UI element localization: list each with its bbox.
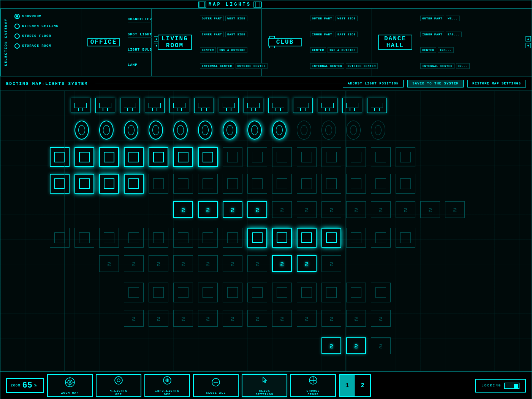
light-c-r5-4[interactable]: ƨ — [247, 201, 267, 218]
office-item-spotlight[interactable]: SPOT LIGHT — [128, 32, 152, 38]
light-s-r4-10[interactable] — [272, 174, 292, 194]
light-b-9[interactable] — [272, 121, 287, 140]
light-s-r6-12[interactable] — [321, 228, 341, 248]
lr-inner-part[interactable]: INNER PART — [200, 32, 224, 37]
adjust-light-btn[interactable]: ADJUST LIGHT POSITION — [343, 80, 404, 87]
light-b-3[interactable] — [124, 121, 138, 140]
light-s-r4-5[interactable] — [149, 174, 168, 194]
light-t-10[interactable] — [293, 98, 313, 113]
light-c-r9-3[interactable]: ƨ — [173, 310, 193, 327]
club-ins-outside[interactable]: INS & OUTSIDE — [328, 47, 358, 53]
light-c-r9-1[interactable]: ƨ — [124, 310, 144, 327]
light-b-12[interactable] — [346, 121, 361, 140]
light-c-r9-9[interactable]: ƨ — [321, 310, 341, 327]
light-c-r7-9[interactable]: ƨ — [297, 255, 317, 272]
light-s-r3-5[interactable] — [149, 147, 168, 167]
room-storage-room[interactable]: STORAGE ROOM — [13, 41, 79, 51]
light-c-r9-7[interactable]: ƨ — [272, 310, 292, 327]
light-c-r7-8[interactable]: ƨ — [272, 255, 292, 272]
light-s-r4-9[interactable] — [247, 174, 267, 194]
light-s-r3-12[interactable] — [321, 147, 341, 167]
light-c-r9-5[interactable]: ƨ — [223, 310, 242, 327]
light-c-r5-12[interactable]: ƨ — [445, 201, 465, 218]
club-center[interactable]: CENTER — [310, 47, 326, 53]
light-s-r4-4[interactable] — [124, 174, 144, 194]
light-s-r6-1[interactable] — [50, 228, 70, 248]
light-s-r8-6[interactable] — [247, 283, 267, 302]
light-s-r8-7[interactable] — [272, 283, 292, 302]
lr-outer-part[interactable]: OUTER PART — [200, 16, 224, 21]
light-t-8[interactable] — [244, 98, 263, 113]
light-b-1[interactable] — [74, 121, 89, 140]
light-s-r8-1[interactable] — [124, 283, 144, 302]
close-all-button[interactable]: CLOSE ALL — [193, 374, 239, 397]
light-s-r3-15[interactable] — [396, 147, 415, 167]
light-b-8[interactable] — [247, 121, 262, 140]
light-c-r7-5[interactable]: ƨ — [198, 255, 218, 272]
light-c-r5-8[interactable]: ƨ — [346, 201, 366, 218]
light-c-r9-6[interactable]: ƨ — [247, 310, 267, 327]
light-c-r9-4[interactable]: ƨ — [198, 310, 218, 327]
light-t-2[interactable] — [95, 98, 115, 113]
light-c-r7-10[interactable]: ƨ — [321, 255, 341, 272]
dh-arrow-up[interactable]: ▲ — [526, 36, 531, 41]
light-c-r5-3[interactable]: ƨ — [223, 201, 242, 218]
light-s-r3-11[interactable] — [297, 147, 317, 167]
light-s-r6-14[interactable] — [371, 228, 391, 248]
lr-east-side[interactable]: EAST SIDE — [225, 32, 247, 37]
light-t-9[interactable] — [268, 98, 288, 113]
light-b-13[interactable] — [371, 121, 385, 140]
light-b-10[interactable] — [297, 121, 311, 140]
light-s-r6-5[interactable] — [149, 228, 168, 248]
light-s-r6-9[interactable] — [247, 228, 267, 248]
light-s-r6-13[interactable] — [346, 228, 366, 248]
light-s-r4-3[interactable] — [99, 174, 119, 194]
light-s-r4-2[interactable] — [74, 174, 94, 194]
light-s-r4-15[interactable] — [396, 174, 415, 194]
light-c-r10-2[interactable]: ƨ — [346, 337, 366, 354]
club-outer-part[interactable]: OUTER PART — [310, 16, 334, 21]
light-c-r5-7[interactable]: ƨ — [321, 201, 341, 218]
dh-internal-center[interactable]: INTERNAL CENTER — [420, 63, 454, 69]
light-c-r5-5[interactable]: ƨ — [272, 201, 292, 218]
light-b-6[interactable] — [198, 121, 212, 140]
light-s-r6-7[interactable] — [198, 228, 218, 248]
dh-outer-part[interactable]: OUTER PART — [420, 16, 444, 21]
restore-map-btn[interactable]: RESTORE MAP SETTINGS — [467, 80, 526, 87]
light-s-r3-6[interactable] — [173, 147, 193, 167]
light-c-r5-10[interactable]: ƨ — [396, 201, 415, 218]
light-s-r3-13[interactable] — [346, 147, 366, 167]
light-t-1[interactable] — [71, 98, 90, 113]
light-s-r8-10[interactable] — [346, 283, 366, 302]
light-s-r6-4[interactable] — [124, 228, 144, 248]
light-s-r6-15[interactable] — [396, 228, 415, 248]
light-s-r8-5[interactable] — [223, 283, 242, 302]
light-c-r7-6[interactable]: ƨ — [223, 255, 242, 272]
light-s-r4-14[interactable] — [371, 174, 391, 194]
light-s-r8-2[interactable] — [149, 283, 168, 302]
light-s-r3-8[interactable] — [223, 147, 242, 167]
light-s-r6-8[interactable] — [223, 228, 242, 248]
light-s-r3-4[interactable] — [124, 147, 144, 167]
light-s-r8-11[interactable] — [371, 283, 391, 302]
dh-center[interactable]: CENTER — [420, 47, 436, 53]
light-t-5[interactable] — [169, 98, 189, 113]
light-c-r7-2[interactable]: ƨ — [124, 255, 144, 272]
light-s-r3-7[interactable] — [198, 147, 218, 167]
light-t-4[interactable] — [145, 98, 165, 113]
light-s-r4-12[interactable] — [321, 174, 341, 194]
light-c-r10-1[interactable]: ƨ — [321, 337, 341, 354]
club-inner-part[interactable]: INNER PART — [310, 32, 334, 37]
saved-to-system-btn[interactable]: SAVED TO THE SYSTEM — [407, 80, 464, 87]
light-c-r7-3[interactable]: ƨ — [149, 255, 168, 272]
light-c-r5-11[interactable]: ƨ — [420, 201, 440, 218]
page-1-button[interactable]: 1 — [340, 375, 355, 396]
dh-ins[interactable]: INS... — [438, 47, 454, 53]
light-b-11[interactable] — [321, 121, 336, 140]
club-internal-center[interactable]: INTERNAL CENTER — [310, 63, 344, 69]
light-c-r9-11[interactable]: ƨ — [371, 310, 391, 327]
light-b-2[interactable] — [99, 121, 114, 140]
light-c-r5-9[interactable]: ƨ — [371, 201, 391, 218]
office-item-lamp[interactable]: LAMP — [128, 62, 152, 68]
room-showroom[interactable]: SHOWROOM — [13, 12, 79, 21]
